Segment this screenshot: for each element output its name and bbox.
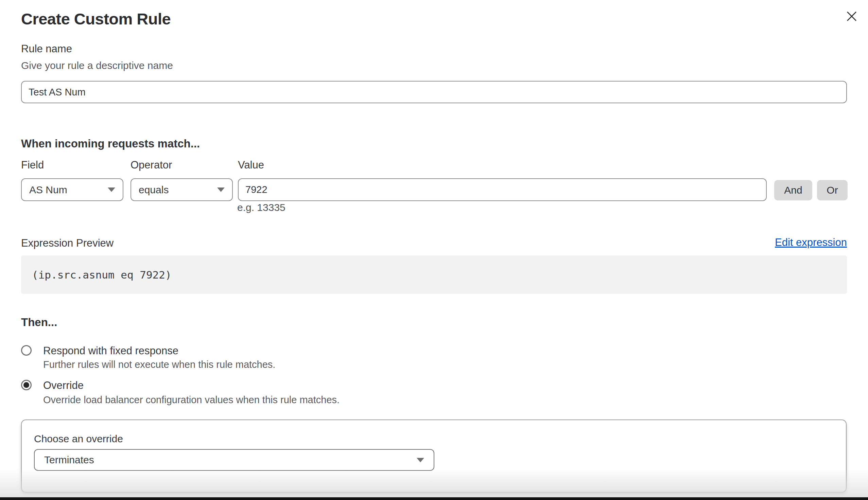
value-label: Value — [238, 160, 264, 170]
page-title: Create Custom Rule — [21, 10, 171, 28]
rule-name-label: Rule name — [21, 44, 72, 54]
close-button[interactable] — [844, 9, 859, 24]
chevron-down-icon — [108, 188, 115, 192]
radio-override-label[interactable]: Override — [43, 380, 83, 391]
bottom-edge-bar — [0, 497, 868, 500]
expression-preview-box: (ip.src.asnum eq 7922) — [21, 255, 847, 294]
radio-respond-label[interactable]: Respond with fixed response — [43, 345, 178, 356]
match-section-heading: When incoming requests match... — [21, 138, 200, 149]
operator-select[interactable]: equals — [131, 178, 233, 201]
field-select-value: AS Num — [29, 184, 67, 196]
operator-select-value: equals — [139, 184, 169, 196]
radio-override[interactable] — [21, 380, 32, 390]
and-button[interactable]: And — [774, 180, 812, 201]
value-example-hint: e.g. 13335 — [237, 203, 285, 213]
radio-override-description: Override load balancer configuration val… — [43, 395, 339, 405]
override-select-value: Terminates — [44, 454, 94, 466]
operator-label: Operator — [131, 160, 172, 170]
or-button[interactable]: Or — [817, 180, 848, 201]
choose-override-label: Choose an override — [34, 434, 123, 444]
override-select[interactable]: Terminates — [34, 449, 434, 471]
chevron-down-icon — [417, 458, 424, 462]
close-icon — [846, 11, 857, 22]
chevron-down-icon — [217, 188, 225, 192]
rule-name-input[interactable] — [21, 81, 847, 103]
field-label: Field — [21, 160, 44, 170]
value-input[interactable] — [238, 178, 767, 201]
edit-expression-link[interactable]: Edit expression — [775, 237, 847, 248]
field-select[interactable]: AS Num — [21, 178, 123, 201]
radio-respond-fixed-response[interactable] — [21, 345, 32, 356]
rule-name-hint: Give your rule a descriptive name — [21, 60, 173, 71]
create-custom-rule-dialog: Create Custom Rule Rule name Give your r… — [0, 0, 868, 500]
expression-code: (ip.src.asnum eq 7922) — [21, 269, 172, 281]
expression-preview-label: Expression Preview — [21, 238, 113, 248]
then-section-heading: Then... — [21, 317, 57, 328]
radio-respond-description: Further rules will not execute when this… — [43, 360, 275, 370]
